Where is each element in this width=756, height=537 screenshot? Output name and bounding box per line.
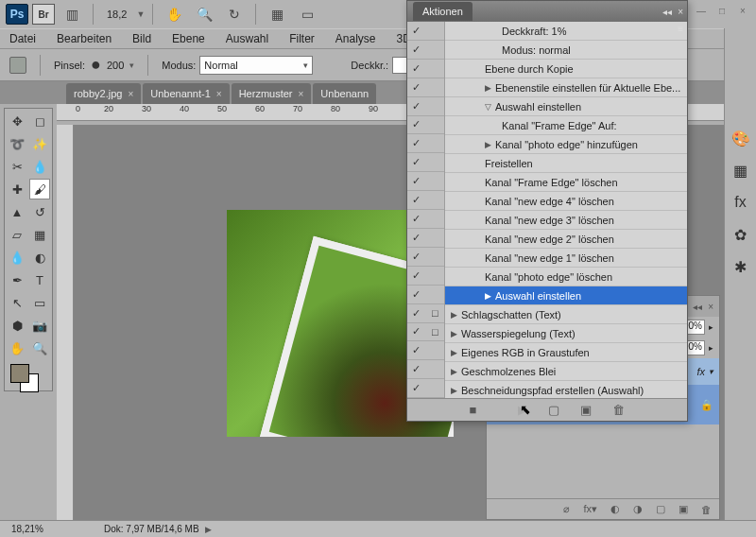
action-row[interactable]: Deckkraft: 1% bbox=[445, 22, 687, 41]
dodge-tool-icon[interactable]: ◐ bbox=[29, 247, 50, 268]
actions-tab[interactable]: Aktionen bbox=[413, 2, 472, 21]
arrange-icon[interactable]: ▦ bbox=[264, 3, 290, 26]
tab-robby2[interactable]: robby2.jpg× bbox=[66, 83, 141, 104]
zoom-icon[interactable]: 🔍 bbox=[191, 3, 217, 26]
action-row[interactable]: Ebene durch Kopie bbox=[445, 60, 687, 78]
action-row[interactable]: ▶Ebenenstile einstellen für Aktuelle Ebe… bbox=[445, 78, 687, 97]
status-doc-size[interactable]: Dok: 7,97 MB/14,6 MB bbox=[76, 524, 199, 534]
mask-icon[interactable]: ◐ bbox=[610, 503, 620, 515]
mode-select[interactable]: Normal ▾ bbox=[199, 56, 313, 75]
new-set-button[interactable]: ▢ bbox=[548, 403, 559, 417]
crop-tool-icon[interactable]: ✂ bbox=[7, 156, 27, 177]
menu-analyse[interactable]: Analyse bbox=[335, 32, 376, 45]
3d-tool-icon[interactable]: ⬢ bbox=[7, 315, 27, 336]
action-row[interactable]: Kanal "Frame Edge" löschen bbox=[445, 173, 687, 192]
shape-tool-icon[interactable]: ▭ bbox=[29, 292, 50, 313]
brushes-panel-icon[interactable]: ✿ bbox=[730, 223, 752, 246]
action-row[interactable]: ▶Wasserspiegelung (Text) bbox=[445, 324, 687, 343]
action-row[interactable]: ▽Auswahl einstellen bbox=[445, 97, 687, 116]
wand-tool-icon[interactable]: ✨ bbox=[29, 133, 50, 154]
brush-tool-icon[interactable]: 🖌 bbox=[29, 179, 50, 199]
move-tool-icon[interactable]: ✥ bbox=[7, 111, 27, 131]
close-button[interactable]: × bbox=[735, 6, 750, 16]
menu-auswahl[interactable]: Auswahl bbox=[226, 32, 268, 45]
link-icon[interactable]: ⌀ bbox=[563, 503, 570, 515]
action-row[interactable]: Kanal "new edge 3" löschen bbox=[445, 211, 687, 230]
new-action-button[interactable]: ▣ bbox=[580, 403, 592, 417]
color-panel-icon[interactable]: 🎨 bbox=[730, 127, 752, 149]
action-row[interactable]: Freistellen bbox=[445, 154, 687, 173]
hand-tool-icon[interactable]: ✋ bbox=[7, 338, 27, 358]
zoom-value[interactable]: 18,2 bbox=[101, 9, 132, 20]
menu-bild[interactable]: Bild bbox=[132, 32, 151, 45]
menu-filter[interactable]: Filter bbox=[289, 32, 315, 45]
close-icon[interactable]: × bbox=[708, 302, 713, 312]
close-icon[interactable]: × bbox=[299, 89, 304, 99]
pen-tool-icon[interactable]: ✒ bbox=[7, 269, 27, 290]
window-controls: — □ × bbox=[694, 6, 750, 16]
stop-button[interactable]: ■ bbox=[470, 403, 477, 417]
eraser-tool-icon[interactable]: ▱ bbox=[7, 224, 27, 245]
close-icon[interactable]: × bbox=[128, 89, 133, 99]
menu-ebene[interactable]: Ebene bbox=[172, 32, 205, 45]
status-zoom[interactable]: 18,21% bbox=[0, 524, 76, 534]
opacity-label: Deckkr.: bbox=[351, 60, 388, 71]
maximize-button[interactable]: □ bbox=[714, 6, 730, 16]
ruler-vertical bbox=[57, 125, 74, 520]
eyedropper-tool-icon[interactable]: 💧 bbox=[29, 156, 50, 177]
tab-unbenannt2[interactable]: Unbenann bbox=[313, 83, 376, 104]
action-row[interactable]: Kanal "new edge 2" löschen bbox=[445, 230, 687, 249]
foreground-color-icon[interactable] bbox=[10, 364, 29, 383]
path-tool-icon[interactable]: ↖ bbox=[7, 292, 27, 313]
tab-unbenannt1[interactable]: Unbenannt-1× bbox=[143, 83, 229, 104]
lasso-tool-icon[interactable]: ➰ bbox=[7, 133, 27, 154]
marquee-tool-icon[interactable]: ◻ bbox=[29, 111, 50, 131]
group-icon[interactable]: ▢ bbox=[656, 503, 665, 515]
clone-panel-icon[interactable]: ✱ bbox=[730, 255, 752, 278]
trash-icon[interactable]: 🗑 bbox=[701, 504, 712, 515]
delete-button[interactable]: 🗑 bbox=[612, 403, 625, 417]
tool-preset-icon[interactable] bbox=[9, 57, 26, 74]
camera-tool-icon[interactable]: 📷 bbox=[29, 315, 50, 336]
close-icon[interactable]: × bbox=[678, 7, 683, 17]
close-icon[interactable]: × bbox=[216, 89, 222, 99]
action-row[interactable]: Modus: normal bbox=[445, 41, 687, 60]
action-row[interactable]: Kanal "new edge 4" löschen bbox=[445, 192, 687, 211]
minimize-button[interactable]: — bbox=[694, 6, 709, 16]
menu-bearbeiten[interactable]: Bearbeiten bbox=[57, 32, 112, 45]
styles-panel-icon[interactable]: fx bbox=[730, 191, 752, 214]
action-row[interactable]: ▶Beschneidungspfad erstellen (Auswahl) bbox=[445, 381, 687, 398]
play-button[interactable]: ▶ bbox=[518, 403, 527, 417]
stamp-tool-icon[interactable]: ▲ bbox=[7, 201, 27, 222]
tab-herzmuster[interactable]: Herzmuster× bbox=[232, 83, 312, 104]
action-row[interactable]: ▶Eigenes RGB in Graustufen bbox=[445, 343, 687, 362]
panel-menu-icon[interactable]: ≡ bbox=[678, 24, 683, 34]
action-row[interactable]: ▶Geschmolzenes Blei bbox=[445, 362, 687, 381]
action-row[interactable]: Kanal "photo edge" löschen bbox=[445, 268, 687, 286]
color-swatches[interactable] bbox=[7, 360, 50, 389]
history-brush-icon[interactable]: ↺ bbox=[29, 201, 50, 222]
photoshop-logo-icon: Ps bbox=[6, 4, 28, 25]
action-row[interactable]: ▶Kanal "photo edge" hinzufügen bbox=[445, 135, 687, 154]
blur-tool-icon[interactable]: 💧 bbox=[7, 247, 27, 268]
action-row[interactable]: ▶Auswahl einstellen bbox=[445, 286, 687, 305]
action-row[interactable]: Kanal "new edge 1" löschen bbox=[445, 249, 687, 268]
zoom-tool-icon[interactable]: 🔍 bbox=[29, 338, 50, 358]
bridge-logo-icon[interactable]: Br bbox=[32, 4, 55, 25]
adjustment-icon[interactable]: ◑ bbox=[633, 503, 643, 515]
fx-icon[interactable]: fx▾ bbox=[583, 503, 597, 515]
action-row[interactable]: Kanal "Frame Edge" Auf: bbox=[445, 116, 687, 135]
gradient-tool-icon[interactable]: ▦ bbox=[29, 224, 50, 245]
rotate-view-icon[interactable]: ↻ bbox=[221, 3, 248, 26]
swatches-panel-icon[interactable]: ▦ bbox=[730, 159, 752, 182]
new-layer-icon[interactable]: ▣ bbox=[679, 503, 688, 515]
screen-mode-icon[interactable]: ▭ bbox=[294, 3, 320, 26]
hand-icon[interactable]: ✋ bbox=[161, 3, 187, 26]
healing-tool-icon[interactable]: ✚ bbox=[7, 179, 27, 199]
toolbox: ✥ ◻ ➰ ✨ ✂ 💧 ✚ 🖌 ▲ ↺ ▱ ▦ 💧 ◐ ✒ T ↖ ▭ ⬢ 📷 … bbox=[4, 108, 53, 391]
menu-datei[interactable]: Datei bbox=[9, 32, 36, 45]
film-icon[interactable]: ▥ bbox=[59, 3, 85, 26]
action-row[interactable]: ▶Schlagschatten (Text) bbox=[445, 305, 687, 324]
brush-picker[interactable]: Pinsel: ● 200 ▾ bbox=[54, 55, 134, 75]
type-tool-icon[interactable]: T bbox=[29, 269, 50, 290]
